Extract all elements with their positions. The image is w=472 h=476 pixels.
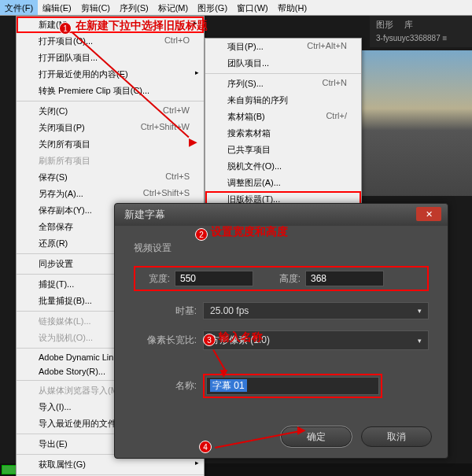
arrow-head-3: ▶ xyxy=(219,370,230,378)
width-input[interactable] xyxy=(175,271,253,286)
panel-tabs: 图形库 3-fysuuyc3368887 ≡ xyxy=(370,16,472,47)
menu-item[interactable]: 来自剪辑的序列 xyxy=(205,92,361,109)
menu-item[interactable]: 脱机文件(O)... xyxy=(205,158,361,175)
annotation-3: 输入名称 xyxy=(219,330,263,345)
menu-7[interactable]: 帮助(H) xyxy=(273,0,312,15)
arrow-head-1: ▶ xyxy=(189,135,197,148)
menu-5[interactable]: 图形(G) xyxy=(193,0,232,15)
menu-item[interactable]: 调整图层(A)... xyxy=(205,175,361,191)
dialog-titlebar: 新建字幕 ✕ xyxy=(115,204,448,226)
progress-icon xyxy=(2,465,17,474)
menu-item[interactable]: 关闭项目(P)Ctrl+Shift+W xyxy=(17,120,204,136)
menu-1[interactable]: 编辑(E) xyxy=(38,0,76,15)
clip-name: 3-fysuuyc3368887 xyxy=(376,34,441,42)
marker-4: 4 xyxy=(199,441,212,453)
annotation-2: 设置宽度和高度 xyxy=(211,225,288,239)
new-title-dialog: 新建字幕 ✕ 视频设置 宽度: 高度: 时基: 25.00 fps 像素长宽比:… xyxy=(114,203,448,459)
menu-3[interactable]: 序列(S) xyxy=(115,0,153,15)
timebase-select[interactable]: 25.00 fps xyxy=(203,302,429,319)
dialog-title: 新建字幕 xyxy=(124,208,165,220)
menu-item[interactable]: 团队项目... xyxy=(205,55,361,72)
menu-item[interactable]: 打开项目(O)...Ctrl+O xyxy=(17,33,204,50)
menu-item[interactable]: 打开最近使用的内容(E) xyxy=(17,66,204,83)
program-monitor xyxy=(362,50,472,196)
menu-0[interactable]: 文件(F) xyxy=(0,0,38,15)
width-height-row: 宽度: 高度: xyxy=(134,266,429,291)
annotation-1: 在新建下拉中选择旧版标题 xyxy=(76,19,208,33)
width-label: 宽度: xyxy=(138,272,170,286)
menu-item[interactable]: 搜索素材箱 xyxy=(205,125,361,142)
name-input-wrap: 字幕 01 xyxy=(203,374,382,398)
menubar: 文件(F)编辑(E)剪辑(C)序列(S)标记(M)图形(G)窗口(W)帮助(H) xyxy=(0,0,472,16)
menu-item[interactable]: 项目(P)...Ctrl+Alt+N xyxy=(205,39,361,55)
timebase-label: 时基: xyxy=(134,304,197,318)
menu-item[interactable]: 素材箱(B)Ctrl+/ xyxy=(205,109,361,125)
menu-2[interactable]: 剪辑(C) xyxy=(76,0,115,15)
name-input[interactable]: 字幕 01 xyxy=(210,379,247,392)
menu-item[interactable]: 另存为(A)...Ctrl+Shift+S xyxy=(17,186,204,202)
arrow-head-4: ▶ xyxy=(297,423,306,436)
par-label: 像素长宽比: xyxy=(134,334,197,347)
tab-library[interactable]: 库 xyxy=(404,19,413,31)
menu-item[interactable]: 打开团队项目... xyxy=(17,50,204,66)
cancel-button[interactable]: 取消 xyxy=(361,426,432,447)
menu-4[interactable]: 标记(M) xyxy=(153,0,194,15)
menu-item[interactable]: 保存(S)Ctrl+S xyxy=(17,169,204,186)
tab-graphics[interactable]: 图形 xyxy=(376,19,393,31)
menu-item[interactable]: 序列(S)...Ctrl+N xyxy=(205,76,361,92)
menu-item[interactable]: 刷新所有项目 xyxy=(17,153,204,169)
close-icon[interactable]: ✕ xyxy=(416,207,441,221)
height-label: 高度: xyxy=(269,272,301,286)
menu-item[interactable]: 关闭(C)Ctrl+W xyxy=(17,103,204,120)
name-label: 名称: xyxy=(134,379,197,393)
menu-item[interactable]: 获取属性(G) xyxy=(17,456,204,473)
marker-2: 2 xyxy=(195,228,208,241)
section-label: 视频设置 xyxy=(134,242,171,255)
ok-button[interactable]: 确定 xyxy=(281,426,352,447)
marker-1: 1 xyxy=(59,22,72,35)
menu-item[interactable]: 转换 Premiere Clip 项目(C)... xyxy=(17,83,204,99)
menu-6[interactable]: 窗口(W) xyxy=(232,0,273,15)
menu-item[interactable]: 关闭所有项目 xyxy=(17,136,204,153)
menu-item[interactable]: 已共享项目 xyxy=(205,142,361,158)
height-input[interactable] xyxy=(305,271,384,286)
marker-3: 3 xyxy=(203,334,216,346)
